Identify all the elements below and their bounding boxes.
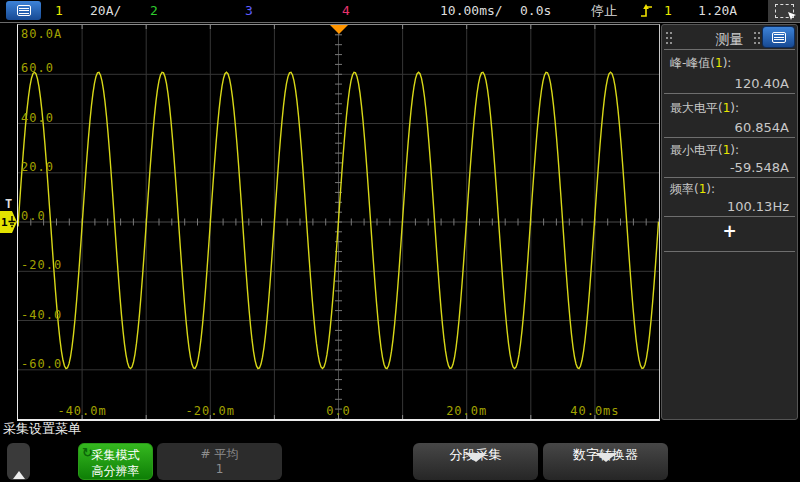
down-arrow-icon	[465, 462, 487, 481]
rising-edge-trigger-icon	[640, 3, 653, 23]
x-tick-label: -40.0m	[57, 404, 106, 418]
softkey-menu-title: 采集设置菜单	[3, 420, 81, 438]
divider	[664, 93, 795, 94]
segmented-acquisition-softkey[interactable]: 分段采集	[413, 443, 538, 480]
y-tick-label: 80.0A	[21, 27, 62, 41]
channel-1-scale[interactable]: 20A/	[90, 0, 121, 22]
measurement-panel: 测量 峰-峰值(1): 120.40A 最大电平(1): 60.854A 最小电…	[661, 24, 798, 420]
channel-2-indicator[interactable]: 2	[150, 0, 158, 22]
divider	[664, 177, 795, 178]
divider	[664, 137, 795, 138]
measurement-value: 60.854A	[735, 120, 789, 135]
y-tick-label: -20.0	[21, 258, 62, 272]
hamburger-menu-icon	[772, 32, 786, 43]
y-tick-label: -60.0	[21, 357, 62, 371]
x-tick-label: 20.0m	[446, 404, 487, 418]
trigger-source[interactable]: 1	[664, 0, 672, 22]
average-count-softkey: # 平均 1	[157, 443, 282, 480]
x-tick-label: -20.0m	[186, 404, 235, 418]
channel-3-indicator[interactable]: 3	[245, 0, 253, 22]
y-tick-label: 60.0	[21, 61, 54, 75]
divider	[664, 49, 795, 50]
measurement-value: -59.548A	[730, 160, 789, 175]
x-tick-label: 40.0ms	[570, 404, 619, 418]
channel-1-ground-marker[interactable]: 1	[0, 211, 17, 233]
selection-rectangle-icon	[775, 4, 794, 18]
waveform-canvas	[18, 25, 659, 419]
down-arrow-icon	[595, 462, 617, 481]
divider	[664, 216, 795, 217]
y-tick-label: 20.0	[21, 160, 54, 174]
drag-grip-icon[interactable]	[754, 32, 760, 46]
trigger-level-readout[interactable]: 1.20A	[698, 0, 737, 22]
measurement-value: 120.40A	[735, 76, 789, 91]
y-tick-label: 40.0	[21, 111, 54, 125]
timebase-readout[interactable]: 10.00ms/	[440, 0, 503, 22]
up-arrow-icon	[13, 452, 25, 471]
divider	[664, 251, 795, 252]
waveform-display-area[interactable]: 80.0A60.040.020.00.0-20.0-40.0-60.0 -40.…	[17, 24, 660, 421]
run-state-indicator: 停止	[591, 0, 617, 22]
ground-marker-channel-number: 1	[1, 216, 8, 229]
top-status-bar: 1 20A/ 2 3 4 10.00ms/ 0.0s 停止 1 1.20A	[0, 0, 800, 23]
selection-tool-button[interactable]	[768, 0, 800, 22]
measurement-value: 100.13Hz	[727, 199, 789, 214]
panel-menu-button[interactable]	[763, 27, 794, 47]
y-tick-label: 0.0	[21, 209, 46, 223]
ground-symbol-icon	[8, 216, 16, 228]
oscilloscope-screen: 1 20A/ 2 3 4 10.00ms/ 0.0s 停止 1 1.20A 80…	[0, 0, 800, 482]
y-tick-label: -40.0	[21, 308, 62, 322]
delay-readout[interactable]: 0.0s	[520, 0, 551, 22]
channel-1-indicator[interactable]: 1	[55, 0, 63, 22]
hamburger-menu-icon	[17, 5, 31, 16]
main-menu-button[interactable]	[6, 1, 41, 20]
x-tick-label: 0.0	[326, 404, 351, 418]
trigger-position-marker[interactable]	[330, 25, 348, 34]
digitizer-softkey[interactable]: 数字转换器	[543, 443, 668, 480]
back-button[interactable]	[7, 443, 30, 480]
acquisition-mode-softkey[interactable]: ↻ 采集模式 高分辨率	[78, 443, 153, 480]
channel-4-indicator[interactable]: 4	[342, 0, 350, 22]
time-reference-marker: T	[5, 197, 12, 211]
add-measurement-button[interactable]: +	[662, 221, 797, 241]
